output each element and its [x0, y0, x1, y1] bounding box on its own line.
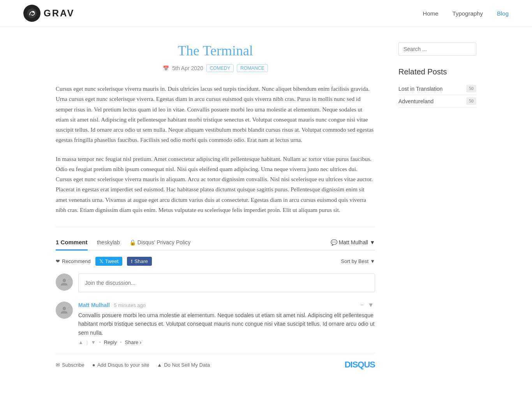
comment-item: Matt Mulhall 5 minutes ago − ▼ Convallis…	[56, 302, 375, 345]
action-bar: ❤ Recommend 𝕏 Tweet f Share Sort by Best…	[56, 257, 375, 266]
current-user-avatar	[56, 274, 73, 291]
related-posts-list: Lost in Translation 50 Adventureland 50	[398, 83, 476, 108]
comment-header-row: Matt Mulhall 5 minutes ago − ▼	[78, 302, 375, 309]
related-posts-title: Related Posts	[398, 67, 476, 76]
action-left: ❤ Recommend 𝕏 Tweet f Share	[56, 257, 152, 266]
facebook-icon: f	[131, 258, 132, 264]
comment-text: Convallis posuere morbi leo urna molesti…	[78, 311, 375, 337]
comment-actions-top: − ▼	[359, 302, 375, 309]
twitter-icon: 𝕏	[99, 258, 103, 264]
privacy-link[interactable]: 🔒 Disqus' Privacy Policy	[129, 239, 191, 245]
comments-header: 1 Comment theskylab 🔒 Disqus' Privacy Po…	[56, 239, 375, 251]
commenter-avatar	[56, 302, 73, 319]
main-content: The Terminal 📅 5th Apr 2020 COMEDY ROMAN…	[56, 42, 375, 370]
heart-icon: ❤	[56, 258, 60, 264]
add-disqus-link[interactable]: ● Add Disqus to your site	[92, 362, 150, 368]
warning-icon: ▲	[157, 362, 162, 368]
post-meta: 📅 5th Apr 2020 COMEDY ROMANCE	[56, 64, 375, 72]
site-header: GRAV Home Typography Blog	[0, 0, 532, 27]
recommend-button[interactable]: ❤ Recommend	[56, 258, 91, 264]
chevron-down-icon: ▼	[370, 239, 375, 245]
comments-section: 1 Comment theskylab 🔒 Disqus' Privacy Po…	[56, 239, 375, 370]
downvote-button[interactable]: ▼	[91, 339, 96, 345]
related-link-1[interactable]: Adventureland	[398, 98, 433, 104]
comment-body: Matt Mulhall 5 minutes ago − ▼ Convallis…	[78, 302, 375, 345]
disqus-link[interactable]: theskylab	[97, 239, 120, 245]
tag-comedy[interactable]: COMEDY	[206, 64, 234, 72]
sort-button[interactable]: Sort by Best ▼	[341, 258, 375, 264]
comment-count: 1 Comment	[56, 239, 88, 251]
share-comment-link[interactable]: Share ›	[125, 339, 142, 345]
comment-input-area	[56, 274, 375, 292]
main-nav: Home Typography Blog	[423, 10, 509, 17]
related-link-0[interactable]: Lost in Translation	[398, 86, 443, 92]
svg-point-2	[63, 279, 66, 282]
logo[interactable]: GRAV	[23, 5, 75, 22]
user-menu[interactable]: 💬 Matt Mulhall ▼	[331, 239, 375, 245]
svg-point-1	[32, 11, 34, 13]
vote-separator: |	[86, 339, 88, 345]
dot-separator: •	[99, 339, 101, 345]
nav-home[interactable]: Home	[423, 10, 439, 17]
comment-input[interactable]	[78, 274, 375, 292]
user-name: Matt Mulhall	[339, 239, 368, 245]
page-layout: The Terminal 📅 5th Apr 2020 COMEDY ROMAN…	[32, 27, 500, 385]
calendar-icon: 📅	[163, 65, 169, 71]
disqus-brand: DISQUS	[345, 360, 375, 370]
search-input[interactable]	[398, 42, 476, 56]
disqus-footer: ✉ Subscribe ● Add Disqus to your site ▲ …	[56, 353, 375, 370]
sort-chevron-icon: ▼	[370, 258, 375, 264]
upvote-button[interactable]: ▲	[78, 339, 83, 345]
comment-author-info: Matt Mulhall 5 minutes ago	[78, 302, 146, 309]
post-paragraph-1: Cursus eget nunc scelerisque viverra mau…	[56, 84, 375, 145]
related-item: Lost in Translation 50	[398, 83, 476, 95]
svg-point-3	[63, 307, 66, 310]
reply-link[interactable]: Reply	[104, 339, 117, 345]
comment-menu-button[interactable]: ▼	[366, 302, 375, 309]
divider	[56, 227, 375, 227]
related-item: Adventureland 50	[398, 95, 476, 108]
post-paragraph-2: In massa tempor nec feugiat nisl pretium…	[56, 154, 375, 215]
post-date: 5th Apr 2020	[172, 65, 203, 71]
comment-footer: ▲ | ▼ • Reply • Share ›	[78, 339, 375, 345]
sidebar: Related Posts Lost in Translation 50 Adv…	[398, 42, 476, 370]
logo-text: GRAV	[44, 8, 75, 19]
logo-icon	[23, 5, 41, 22]
envelope-icon: ✉	[56, 362, 60, 368]
do-not-sell-link[interactable]: ▲ Do Not Sell My Data	[157, 362, 210, 368]
collapse-comment-button[interactable]: −	[359, 302, 365, 309]
related-count-1: 50	[466, 97, 476, 105]
lock-icon: 🔒	[129, 239, 136, 245]
svg-point-0	[27, 9, 37, 18]
subscribe-link[interactable]: ✉ Subscribe	[56, 362, 85, 368]
post-title: The Terminal	[56, 42, 375, 59]
share-facebook-button[interactable]: f Share	[127, 257, 151, 266]
nav-typography[interactable]: Typography	[453, 10, 483, 17]
comment-author: Matt Mulhall	[78, 302, 110, 308]
related-count-0: 50	[466, 85, 476, 92]
footer-left: ✉ Subscribe ● Add Disqus to your site ▲ …	[56, 362, 210, 368]
comment-time: 5 minutes ago	[114, 302, 146, 308]
tweet-button[interactable]: 𝕏 Tweet	[95, 257, 123, 266]
nav-blog[interactable]: Blog	[497, 10, 509, 17]
tag-romance[interactable]: ROMANCE	[237, 64, 268, 72]
add-icon: ●	[92, 362, 95, 368]
chat-icon: 💬	[331, 239, 337, 245]
post-body: Cursus eget nunc scelerisque viverra mau…	[56, 84, 375, 215]
dot-separator-2: •	[120, 339, 122, 345]
